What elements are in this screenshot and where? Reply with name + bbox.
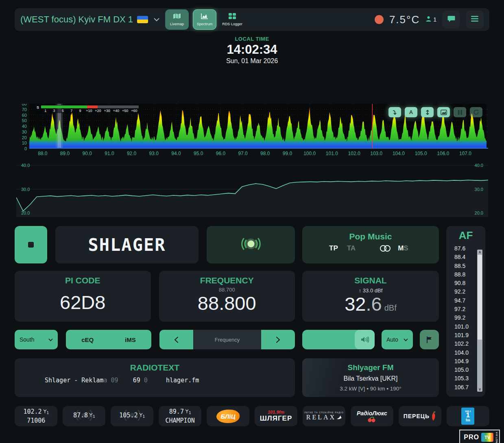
preset-button[interactable]: БЛіЦ <box>207 406 249 426</box>
pepper-icon <box>431 411 436 421</box>
preset-button[interactable]: 87.81 <box>63 406 105 426</box>
table-grid-icon <box>229 13 236 21</box>
perets-logo: ПЕРЕЦЬ <box>404 413 430 419</box>
af-scrollbar[interactable]: ∧ ∨ <box>477 250 482 392</box>
chat-button[interactable] <box>442 11 460 29</box>
vertical-scale-button[interactable] <box>421 107 434 117</box>
s-meter-tick: +60 <box>130 109 139 113</box>
volume-slider[interactable] <box>302 330 375 349</box>
frequency-down-button[interactable] <box>159 330 193 349</box>
s-meter-tick: +20 <box>94 109 103 113</box>
report-flag-button[interactable] <box>420 330 439 349</box>
station-info-card[interactable]: Shlyager FM Bila Tserkva [UKR] 3.2 kW [V… <box>302 358 439 397</box>
svg-text:80: 80 <box>22 104 27 106</box>
main-grid: SHLAGER PI CODE 62D8 <box>15 226 489 397</box>
svg-text:93.0: 93.0 <box>149 151 159 156</box>
rds-logger-button[interactable]: RDS Logger <box>220 9 244 30</box>
signal-peak: ↑ 33.0 dBf <box>302 287 439 294</box>
svg-text:102.0: 102.0 <box>348 151 360 156</box>
svg-text:92.0: 92.0 <box>127 151 137 156</box>
svg-text:101.0: 101.0 <box>326 151 338 156</box>
chevron-down-icon <box>48 338 53 341</box>
volume-handle[interactable] <box>355 330 375 349</box>
chevron-right-icon <box>276 337 280 343</box>
menu-button[interactable] <box>466 11 484 29</box>
svg-text:103.0: 103.0 <box>370 151 382 156</box>
shlyager-freq: 101.9fm <box>268 410 284 414</box>
lux-logo: РадіоЛюкс <box>357 410 387 417</box>
radiotext-segment: Shlager - Reklam <box>45 377 104 384</box>
preset-button[interactable]: 105.21 <box>111 406 153 426</box>
preset-button[interactable]: 89.71CHAMPION <box>159 406 201 426</box>
svg-text:95.0: 95.0 <box>194 151 203 156</box>
scroll-down-arrow[interactable]: ∨ <box>477 387 482 391</box>
svg-text:30.0: 30.0 <box>21 187 30 192</box>
af-label: AF <box>446 226 485 242</box>
broadcast-icon <box>73 408 96 424</box>
antenna-select-value: South <box>20 336 35 343</box>
local-time-value: 14:02:34 <box>0 42 504 57</box>
svg-text:20: 20 <box>22 135 27 140</box>
station-presets: 102.217100687.81105.2189.71CHAMPIONБЛіЦ1… <box>15 406 489 426</box>
local-time-label: LOCAL TIME <box>0 36 504 42</box>
ta-flag: TA <box>347 244 356 252</box>
graph-style-button[interactable] <box>437 107 450 117</box>
svg-text:100.0: 100.0 <box>303 151 316 156</box>
eq-ims-toggle[interactable]: cEQ iMS <box>66 330 151 349</box>
preset-button[interactable]: 102.2171006 <box>15 406 57 426</box>
chevron-left-icon <box>175 337 178 343</box>
footer: PRO TV NET.UA <box>4 430 500 443</box>
svg-text:70: 70 <box>22 107 27 112</box>
s-meter-tick: 3 <box>50 109 58 113</box>
radiotext-segment: hlager.fm <box>148 377 199 384</box>
s-meter-bar <box>41 105 139 108</box>
scrollbar-thumb[interactable] <box>478 255 482 340</box>
frequency-input[interactable]: Frequency <box>193 330 261 349</box>
music-flag: M <box>398 244 404 252</box>
hamburger-icon <box>471 16 478 23</box>
spectrum-button[interactable]: Spectrum <box>193 9 216 30</box>
svg-text:40.0: 40.0 <box>21 163 30 168</box>
mode-select[interactable]: Auto <box>382 330 413 349</box>
preset-button[interactable]: 101.9fmШЛЯГЕР <box>255 406 297 426</box>
svg-text:96.0: 96.0 <box>216 151 226 156</box>
s-meter-tick: +40 <box>111 109 120 113</box>
livemap-button[interactable]: Livemap <box>165 9 189 30</box>
refresh-button[interactable] <box>470 107 482 117</box>
scroll-up-arrow[interactable]: ∧ <box>477 250 482 254</box>
previous-frequency: 88.700 <box>159 287 295 293</box>
pause-button[interactable] <box>454 107 466 117</box>
svg-text:10: 10 <box>22 140 27 145</box>
chevron-down-icon <box>404 338 408 341</box>
pi-code-card: PI CODE 62D8 <box>15 271 151 322</box>
genre-value: Pop Music <box>302 226 439 241</box>
person-icon <box>425 16 432 23</box>
station-location: Bila Tserkva [UKR] <box>302 375 439 382</box>
svg-text:104.0: 104.0 <box>393 151 405 156</box>
peak-hold-down-button[interactable] <box>388 107 401 117</box>
autoscale-button[interactable]: A <box>405 107 417 117</box>
preset-button[interactable]: РадіоЛюкс <box>351 406 393 426</box>
radiotext-card: RADIOTEXT Shlager - Reklama 09 69 0 hlag… <box>15 358 295 397</box>
antenna-select[interactable]: South <box>15 330 58 349</box>
cherries-icon <box>367 417 377 422</box>
preset-button[interactable]: ПЕРЕЦЬ <box>399 406 441 426</box>
svg-text:88.0: 88.0 <box>38 151 48 156</box>
s-meter-tick: 1 <box>41 109 50 113</box>
frequency-up-button[interactable] <box>261 330 295 349</box>
stop-playback-button[interactable] <box>15 226 47 263</box>
server-title[interactable]: (WEST focus) Kyiv FM DX 1 <box>20 14 133 25</box>
chevron-down-icon[interactable] <box>154 16 159 23</box>
radiotext-segment: 69 <box>118 377 144 384</box>
stereo-indicator-card <box>207 226 295 263</box>
map-icon <box>173 13 181 21</box>
blits-logo: БЛіЦ <box>216 410 239 423</box>
spectrum-chart-icon <box>201 13 208 21</box>
preset-button[interactable]: 106.11fm <box>447 406 489 426</box>
radiotext-segment: a 09 <box>104 377 118 384</box>
svg-text:97.0: 97.0 <box>238 151 248 156</box>
broadcast-stereo-icon <box>236 236 266 253</box>
preset-button[interactable]: ЛЕГКЕ ТА СПОКІЙНЕ РАДІОRELAX <box>303 406 345 426</box>
spectrum-graph[interactable]: 8070605040302010088.089.090.091.092.093.… <box>16 104 488 158</box>
svg-text:20.0: 20.0 <box>21 211 30 215</box>
